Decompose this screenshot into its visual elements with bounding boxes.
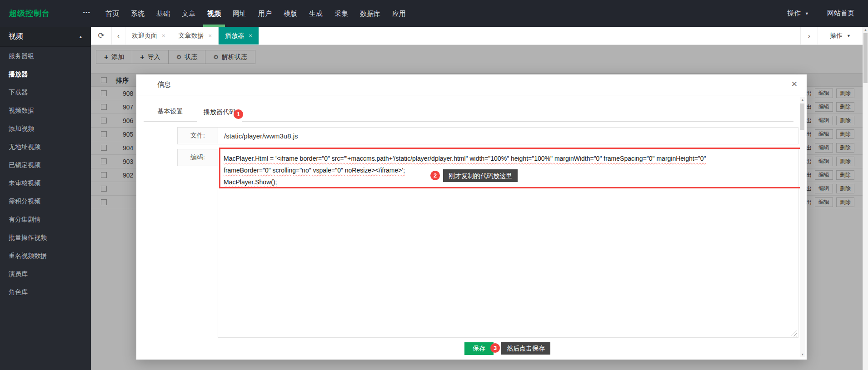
sidebar-item-no-address[interactable]: 无地址视频: [0, 138, 91, 156]
sidebar-item-server-group[interactable]: 服务器组: [0, 47, 91, 65]
code-field-label: 编码:: [177, 149, 218, 166]
save-button[interactable]: 保存: [464, 342, 494, 355]
tabbar-spacer: [259, 27, 800, 44]
modal-scrollbar[interactable]: ▲ ▼: [800, 97, 805, 357]
site-home-link[interactable]: 网站首页: [827, 9, 854, 18]
tab-welcome[interactable]: 欢迎页面 ×: [125, 27, 172, 44]
tab-player[interactable]: 播放器 ×: [219, 27, 259, 44]
modal-title: 信息: [157, 80, 171, 89]
close-icon[interactable]: ✕: [791, 79, 798, 89]
menu-item-system[interactable]: 系统: [131, 0, 145, 27]
step-2-tooltip: 刚才复制的代码放这里: [443, 169, 518, 182]
chevron-right-icon: ›: [808, 32, 810, 39]
tabs-scroll-right-button[interactable]: ›: [800, 27, 818, 44]
tab-actions-dropdown[interactable]: 操作 ▼: [818, 27, 863, 44]
sidebar-group-video[interactable]: 视频 ▲: [0, 27, 91, 47]
collapse-up-icon: ▲: [79, 35, 83, 39]
sidebar-item-video-data[interactable]: 视频数据: [0, 101, 91, 119]
page-scrollbar[interactable]: ▲: [863, 27, 868, 370]
modal-tab-basic-settings[interactable]: 基本设置: [144, 101, 197, 121]
refresh-button[interactable]: ⟳: [91, 27, 112, 44]
navbar-action-dropdown[interactable]: 操作 ▼: [787, 9, 809, 18]
menu-item-basic[interactable]: 基础: [156, 0, 170, 27]
scroll-down-icon[interactable]: ▼: [800, 352, 805, 357]
sidebar-item-batch-ops[interactable]: 批量操作视频: [0, 228, 91, 247]
menu-item-generate[interactable]: 生成: [309, 0, 323, 27]
sidebar-item-downloader[interactable]: 下载器: [0, 83, 91, 101]
chevron-left-icon: ‹: [117, 32, 120, 39]
app-window: 超级控制台 ⋯ 首页 系统 基础 文章 视频 网址 用户 模版 生成 采集 数据…: [0, 0, 868, 370]
menu-item-website[interactable]: 网址: [233, 0, 246, 27]
close-tab-icon[interactable]: ×: [209, 32, 212, 39]
sidebar-item-duplicate-names[interactable]: 重名视频数据: [0, 247, 91, 265]
info-modal: 信息 ✕ 基本设置 播放器代码 1 文件: /static/player/wwm…: [136, 74, 807, 360]
modal-header: 信息 ✕: [136, 74, 807, 95]
tab-bar: ⟳ ‹ 欢迎页面 × 文章数据 × 播放器 × › 操作 ▼: [91, 27, 863, 45]
tab-label: 播放器: [225, 32, 244, 40]
sidebar-item-role-library[interactable]: 角色库: [0, 283, 91, 301]
sidebar-item-unreviewed[interactable]: 未审核视频: [0, 174, 91, 192]
page-scrollbar-thumb[interactable]: [863, 33, 868, 83]
tab-label: 文章数据: [179, 32, 204, 40]
navbar-right: 操作 ▼ 网站首页: [787, 0, 854, 27]
top-navbar: 超级控制台 ⋯ 首页 系统 基础 文章 视频 网址 用户 模版 生成 采集 数据…: [0, 0, 868, 27]
menu-item-collect[interactable]: 采集: [334, 0, 348, 27]
close-tab-icon[interactable]: ×: [162, 32, 165, 39]
tabs-scroll-left-button[interactable]: ‹: [112, 27, 125, 44]
scroll-up-icon[interactable]: ▲: [863, 27, 868, 33]
scroll-up-icon[interactable]: ▲: [800, 97, 805, 103]
sidebar-item-points-required[interactable]: 需积分视频: [0, 192, 91, 210]
step-3-badge: 3: [490, 343, 500, 353]
app-logo: 超级控制台: [9, 0, 50, 27]
menu-item-database[interactable]: 数据库: [360, 0, 380, 27]
sidebar-item-episode-plot[interactable]: 有分集剧情: [0, 210, 91, 228]
step-1-badge: 1: [234, 109, 243, 119]
site-home-label: 网站首页: [827, 9, 854, 18]
sidebar-group-label: 视频: [9, 32, 23, 41]
menu-item-apps[interactable]: 应用: [392, 0, 406, 27]
sidebar: 视频 ▲ 服务器组 播放器 下载器 视频数据 添加视频 无地址视频 已锁定视频 …: [0, 27, 91, 370]
step-3-tooltip: 然后点击保存: [501, 342, 550, 355]
menu-item-video[interactable]: 视频: [207, 0, 221, 27]
sidebar-item-player[interactable]: 播放器: [0, 65, 91, 83]
menu-item-article[interactable]: 文章: [182, 0, 195, 27]
more-menu-icon[interactable]: ⋯: [83, 0, 90, 27]
main-menu: 首页 系统 基础 文章 视频 网址 用户 模版 生成 采集 数据库 应用: [105, 0, 406, 27]
close-tab-icon[interactable]: ×: [249, 32, 252, 39]
file-field-label: 文件:: [177, 127, 218, 144]
sidebar-item-add-video[interactable]: 添加视频: [0, 119, 91, 138]
navbar-action-label: 操作: [787, 9, 801, 18]
sidebar-item-actor-library[interactable]: 演员库: [0, 265, 91, 283]
tab-label: 欢迎页面: [132, 32, 157, 40]
sidebar-item-locked[interactable]: 已锁定视频: [0, 156, 91, 174]
menu-item-home[interactable]: 首页: [105, 0, 119, 27]
tab-article-data[interactable]: 文章数据 ×: [172, 27, 219, 44]
tab-actions-label: 操作: [830, 32, 843, 40]
menu-item-user[interactable]: 用户: [258, 0, 272, 27]
code-line: MacPlayer.Html = '<iframe border="0" src…: [224, 153, 793, 164]
refresh-icon: ⟳: [98, 31, 104, 40]
caret-down-icon: ▼: [847, 34, 851, 38]
modal-scrollbar-thumb[interactable]: [800, 104, 804, 130]
step-2-badge: 2: [430, 171, 440, 180]
menu-item-template[interactable]: 模版: [284, 0, 297, 27]
file-path-input[interactable]: /static/player/wwm3u8.js: [218, 127, 798, 144]
caret-down-icon: ▼: [805, 11, 809, 16]
